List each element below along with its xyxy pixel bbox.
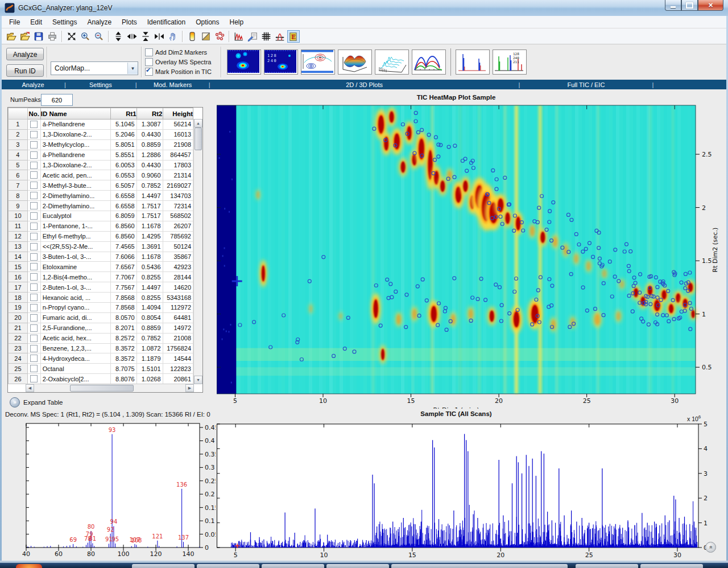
table-row[interactable]: 82-Dimethylamino...6.65581.4497134703 — [9, 191, 193, 201]
row-checkbox[interactable] — [30, 314, 38, 322]
row-checkbox[interactable] — [30, 263, 38, 270]
menu-item-identification[interactable]: Identification — [142, 17, 191, 28]
annotate-spectrum-icon[interactable] — [246, 30, 259, 43]
table-row[interactable]: 10Eucalyptol6.80591.7517568502 — [9, 211, 193, 221]
row-checkbox[interactable] — [30, 294, 38, 301]
double-chevron-icon[interactable]: » — [10, 397, 20, 408]
row-checkbox[interactable] — [30, 162, 38, 169]
table-row[interactable]: 1á-Phellandrene5.10451.308756214 — [9, 120, 193, 130]
tic-plot[interactable]: 51015202530012345 — [217, 420, 725, 560]
analyze-button[interactable]: Analyze — [6, 48, 44, 60]
run-id-button[interactable]: Run ID — [6, 64, 44, 77]
colormap-dropdown[interactable]: ColorMap... ▼ — [51, 61, 138, 75]
scroll-left-arrow[interactable]: ◀ — [26, 384, 34, 392]
table-row[interactable]: 143-Buten-1-ol, 3-...7.60661.167835867 — [9, 252, 193, 262]
table-row[interactable]: 6Acetic acid, pen...6.05530.906021314 — [9, 170, 193, 180]
taskbar-button[interactable] — [197, 564, 259, 568]
checkbox-box[interactable] — [145, 58, 153, 66]
print-icon[interactable] — [46, 30, 59, 43]
thumb-overlay-curves[interactable] — [412, 50, 446, 75]
table-row[interactable]: 25Octanal8.70751.5101122823 — [9, 364, 193, 374]
row-checkbox[interactable] — [30, 375, 38, 382]
scroll-right-arrow[interactable]: ▶ — [185, 384, 194, 392]
row-checkbox[interactable] — [30, 304, 38, 311]
row-checkbox[interactable] — [30, 171, 38, 179]
row-checkbox[interactable] — [30, 243, 38, 250]
table-row[interactable]: 244-Hydroxydeca...8.35721.187914544 — [9, 353, 193, 364]
menu-item-file[interactable]: File — [4, 17, 25, 28]
grid-toggle-icon[interactable] — [260, 30, 272, 43]
row-checkbox[interactable] — [30, 253, 38, 261]
tab-mod-markers[interactable]: Mod. Markers — [137, 81, 209, 88]
col-header-id-name[interactable]: ID Name — [40, 108, 110, 120]
table-row[interactable]: 33-Methylcyclop...5.80510.885921908 — [9, 139, 193, 150]
table-vertical-scrollbar[interactable]: ▲ ▼ — [193, 119, 202, 384]
row-checkbox[interactable] — [30, 223, 38, 230]
table-row[interactable]: 19n-Propyl cyano...7.85681.4094112972 — [9, 303, 193, 313]
collapse-horizontal-icon[interactable] — [153, 30, 166, 43]
table-row[interactable]: 23Benzene, 1,2,3,...8.35721.08721756824 — [9, 343, 193, 353]
fit-view-icon[interactable] — [65, 30, 78, 43]
table-row[interactable]: 262-Oxabicyclo[2...8.80761.026820861 — [9, 374, 193, 384]
thumb-heatmap-2d[interactable] — [227, 50, 261, 75]
menu-item-help[interactable]: Help — [225, 17, 249, 28]
row-checkbox[interactable] — [30, 283, 38, 291]
taskbar-button[interactable] — [640, 564, 703, 568]
ms-spectrum-svg[interactable]: 40608010012014000.050.10.150.20.250.30.3… — [2, 420, 216, 560]
thumb-waterfall-3d[interactable] — [375, 50, 409, 75]
tab-settings[interactable]: Settings — [66, 81, 135, 88]
taskbar[interactable] — [0, 563, 728, 568]
zoom-in-icon[interactable] — [79, 30, 92, 43]
pan-hand-icon[interactable] — [167, 30, 179, 43]
row-checkbox[interactable] — [30, 273, 38, 281]
col-header-rt1[interactable]: Rt1 — [110, 108, 136, 120]
chevron-down-icon[interactable]: ▼ — [127, 63, 138, 74]
table-row[interactable]: 15Etoloxamine7.65670.543642923 — [9, 262, 193, 272]
row-checkbox[interactable] — [30, 202, 38, 209]
taskbar-button[interactable] — [132, 564, 195, 568]
zoom-out-icon[interactable] — [93, 30, 105, 43]
row-checkbox[interactable] — [30, 324, 38, 332]
taskbar-app-icon[interactable] — [16, 564, 42, 568]
taskbar-button[interactable] — [262, 564, 324, 568]
row-checkbox[interactable] — [30, 345, 38, 352]
table-row[interactable]: 212,5-Furandione,...8.20710.885914972 — [9, 323, 193, 333]
colormap-editor-icon[interactable] — [186, 30, 198, 43]
table-row[interactable]: 22Acetic acid, hex...8.25720.785221008 — [9, 333, 193, 343]
row-checkbox[interactable] — [30, 365, 38, 372]
table-row[interactable]: 73-Methyl-3-bute...6.50570.78522169027 — [9, 180, 193, 191]
table-row[interactable]: 172-Buten-1-ol, 3-...7.75671.449714620 — [9, 282, 193, 293]
expand-horizontal-icon[interactable] — [126, 30, 138, 43]
numpeaks-field[interactable] — [41, 94, 73, 106]
taskbar-button[interactable] — [576, 564, 638, 568]
row-checkbox[interactable] — [30, 131, 38, 138]
close-button[interactable]: ✕ — [698, 0, 723, 11]
table-row[interactable]: 12Ethyl 6-methylp...6.85601.4295785692 — [9, 231, 193, 241]
row-checkbox[interactable] — [30, 355, 38, 362]
table-row[interactable]: 161,2-Bis(4-metho...7.70670.825528144 — [9, 272, 193, 282]
checkbox-add-dim2-markers[interactable]: Add Dim2 Markers — [145, 48, 218, 56]
table-row[interactable]: 4á-Phellandrene5.85511.2886864457 — [9, 150, 193, 160]
colormap-shading-icon[interactable] — [200, 30, 212, 43]
row-checkbox[interactable] — [30, 192, 38, 199]
vertical-scroll-thumb[interactable] — [195, 127, 202, 150]
save-icon[interactable] — [32, 30, 45, 43]
row-checkbox[interactable] — [30, 233, 38, 240]
thumb-heatmap-2d-labeled[interactable]: 128240 — [264, 50, 298, 75]
table-row[interactable]: 20Fumaric acid, di...8.05700.805464481 — [9, 312, 193, 323]
heatmap-plot[interactable]: 510152025300.511.522.5Rt Dim1 (min.)Rt D… — [217, 105, 725, 409]
checkbox-overlay-ms-spectra[interactable]: Overlay MS Spectra — [145, 58, 218, 66]
spectrum-view-icon[interactable] — [233, 30, 245, 43]
tab-2d-3d-plots[interactable]: 2D / 3D Plots — [210, 81, 519, 88]
thumb-full-tic[interactable] — [456, 50, 490, 75]
collapse-vertical-icon[interactable] — [139, 30, 152, 43]
collapse-panel-button[interactable]: » — [705, 542, 716, 553]
menu-item-edit[interactable]: Edit — [25, 17, 47, 28]
peak-width-icon[interactable] — [274, 30, 286, 43]
menu-item-analyze[interactable]: Analyze — [82, 17, 117, 28]
menu-item-settings[interactable]: Settings — [47, 17, 82, 28]
tab-full-tic-eic[interactable]: Full TIC / EIC — [520, 81, 652, 88]
table-row[interactable]: 51,3-Dioxolane-2...6.00530.443017803 — [9, 160, 193, 170]
col-header-rt2[interactable]: Rt2 — [136, 108, 163, 120]
row-checkbox[interactable] — [30, 182, 38, 189]
